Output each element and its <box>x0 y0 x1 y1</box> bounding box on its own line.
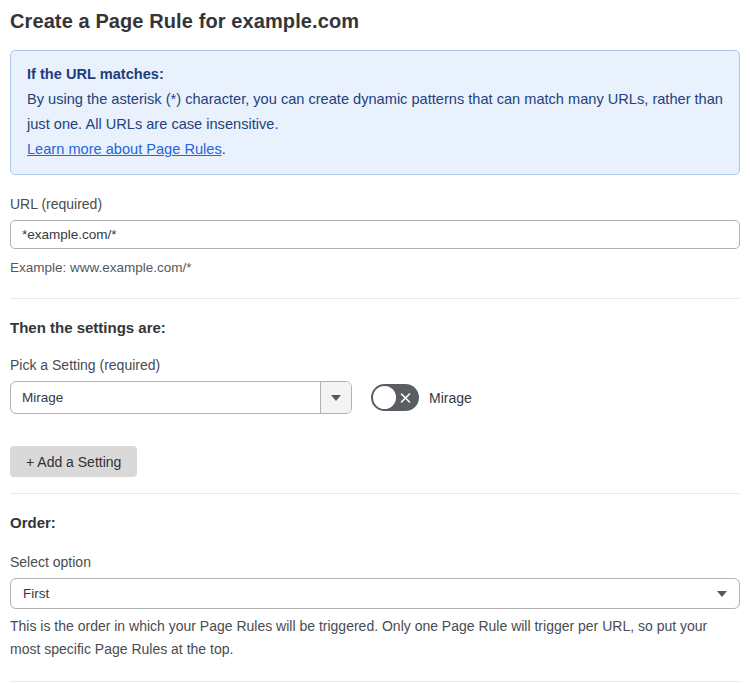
divider <box>10 681 740 682</box>
chevron-down-icon <box>717 591 727 597</box>
url-input[interactable] <box>10 220 740 249</box>
info-box-link-line: Learn more about Page Rules. <box>27 137 723 162</box>
info-box-heading: If the URL matches: <box>27 62 723 87</box>
setting-select[interactable]: Mirage <box>10 381 352 414</box>
url-example-helper: Example: www.example.com/* <box>10 257 740 279</box>
order-helper-text: This is the order in which your Page Rul… <box>10 615 740 661</box>
page-title: Create a Page Rule for example.com <box>10 10 740 33</box>
setting-select-value: Mirage <box>11 382 320 413</box>
settings-section-heading: Then the settings are: <box>10 319 740 336</box>
pick-setting-label: Pick a Setting (required) <box>10 357 740 373</box>
setting-select-arrow-button[interactable] <box>320 382 351 413</box>
toggle-knob <box>373 386 396 409</box>
toggle-off-x-icon <box>399 391 412 404</box>
setting-row: Mirage Mirage <box>10 381 740 414</box>
order-section-heading: Order: <box>10 514 740 531</box>
url-match-info-box: If the URL matches: By using the asteris… <box>10 50 740 175</box>
chevron-down-icon <box>331 395 341 401</box>
url-field-label: URL (required) <box>10 196 740 212</box>
toggle-setting-label: Mirage <box>429 390 472 406</box>
learn-more-link[interactable]: Learn more about Page Rules <box>27 141 222 157</box>
link-period: . <box>222 141 226 157</box>
order-select-value: First <box>23 586 49 601</box>
add-setting-button[interactable]: + Add a Setting <box>10 446 137 477</box>
divider <box>10 493 740 494</box>
info-box-body-text: By using the asterisk (*) character, you… <box>27 91 723 132</box>
mirage-toggle[interactable] <box>371 384 419 411</box>
info-box-body: By using the asterisk (*) character, you… <box>27 87 723 137</box>
order-select[interactable]: First <box>10 578 740 609</box>
divider <box>10 298 740 299</box>
page-rule-form: Create a Page Rule for example.com If th… <box>0 0 750 684</box>
order-select-label: Select option <box>10 554 740 570</box>
